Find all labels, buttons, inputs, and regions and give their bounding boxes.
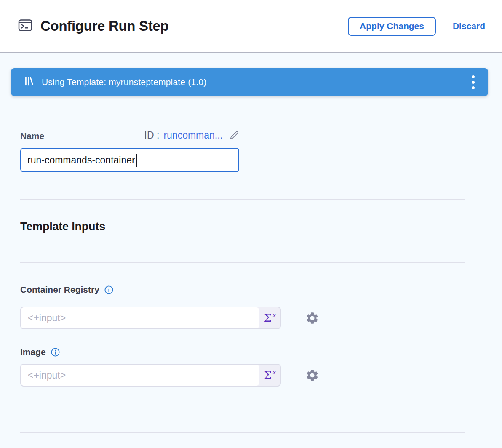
form-content: Name ID : runcomman... run-commands-cont… [20,130,465,433]
step-id-group: ID : runcomman... [144,130,239,141]
name-label: Name [20,131,44,141]
section-divider [20,432,465,433]
name-input-value: run-commands-container [27,155,135,166]
page-title: Configure Run Step [40,18,168,34]
text-caret [136,154,137,167]
image-row: Σx [20,364,465,387]
id-value-link[interactable]: runcomman... [163,130,223,141]
info-icon[interactable] [104,285,114,295]
container-registry-input-shell: Σx [20,307,281,329]
container-registry-input[interactable] [21,307,259,328]
name-header-row: Name ID : runcomman... [20,130,239,141]
terminal-run-step-icon [17,17,34,35]
header-title-group: Configure Run Step [17,17,168,35]
gear-icon[interactable] [305,311,319,325]
image-label-row: Image [20,347,465,357]
expression-type-button[interactable]: Σx [259,307,280,328]
panel-header: Configure Run Step Apply Changes Discard [0,0,502,53]
info-icon[interactable] [51,347,60,357]
section-divider [20,262,465,263]
image-input-shell: Σx [20,364,281,387]
template-banner[interactable]: Using Template: myrunsteptemplate (1.0) [11,68,488,96]
image-input[interactable] [21,365,259,386]
expression-type-button[interactable]: Σx [259,365,280,386]
edit-pencil-icon[interactable] [229,130,239,141]
name-input[interactable]: run-commands-container [20,148,239,172]
image-label: Image [20,347,46,357]
container-registry-label: Container Registry [20,285,99,295]
container-registry-row: Σx [20,307,465,329]
container-registry-label-row: Container Registry [20,285,465,295]
header-actions: Apply Changes Discard [348,17,485,36]
template-banner-label: Using Template: myrunsteptemplate (1.0) [42,77,206,87]
apply-changes-button[interactable]: Apply Changes [348,17,436,36]
section-divider [20,199,465,200]
configure-run-step-panel: Configure Run Step Apply Changes Discard… [0,0,502,448]
template-inputs-heading: Template Inputs [20,220,465,233]
discard-button[interactable]: Discard [453,21,485,31]
id-prefix-label: ID : [144,130,160,141]
kebab-menu-icon[interactable] [470,73,476,92]
template-library-icon [24,76,35,88]
gear-icon[interactable] [305,368,319,382]
